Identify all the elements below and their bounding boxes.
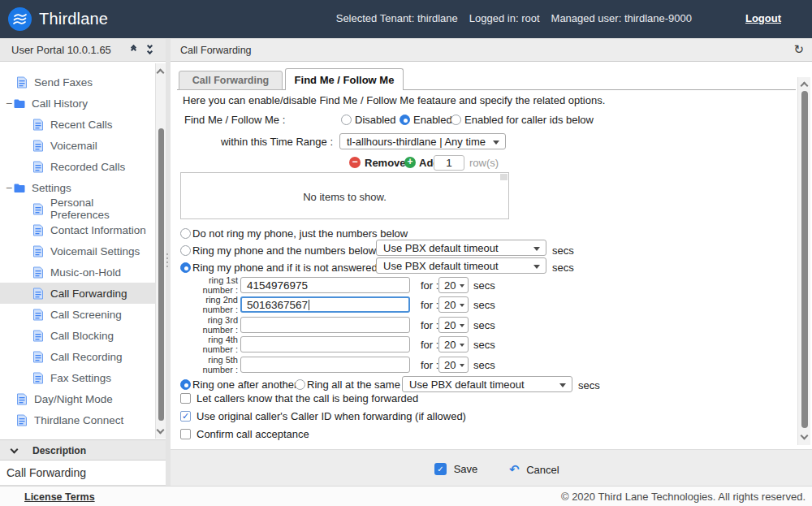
top-header-bar: Thirdlane Selected Tenant: thirdlaneLogg… [0, 0, 812, 38]
ring-3rd-timeout-select[interactable]: 20 [438, 317, 469, 333]
chevron-down-icon [559, 383, 566, 387]
for-label: for : [421, 339, 438, 351]
add-icon[interactable]: + [404, 157, 416, 168]
document-icon [32, 140, 44, 152]
checkbox-confirm-call-acceptance[interactable] [180, 429, 191, 439]
tab-find-me-follow-me[interactable]: Find Me / Follow Me [285, 68, 404, 90]
for-label: for : [421, 299, 438, 311]
sidebar-item-call-forwarding[interactable]: Call Forwarding [0, 283, 155, 304]
sidebar-item-recent-calls[interactable]: Recent Calls [0, 114, 155, 135]
document-icon [32, 266, 44, 279]
ring-2nd-timeout-select[interactable]: 20 [438, 296, 469, 313]
save-button[interactable]: ✓ Save [434, 462, 477, 475]
sidebar-item-voicemail-settings[interactable]: Voicemail Settings [0, 240, 155, 262]
sidebar-item-settings[interactable]: − Settings [0, 177, 155, 198]
license-terms-link[interactable]: License Terms [24, 491, 95, 503]
description-header-label: Description [32, 445, 86, 456]
scroll-up-icon[interactable] [801, 82, 809, 90]
checkbox-let-callers-know-label[interactable]: Let callers know that the call is being … [197, 392, 418, 404]
sidebar-item-personal-preferences[interactable]: Personal Preferences [0, 198, 155, 219]
sidebar-item-call-recording[interactable]: Call Recording [0, 346, 155, 367]
sidebar-header: User Portal 10.0.1.65 [0, 39, 166, 62]
document-icon [16, 393, 28, 405]
radio-do-not-ring[interactable] [180, 228, 191, 239]
description-panel-header[interactable]: Description [0, 439, 166, 461]
sidebar-scrollbar[interactable] [155, 63, 166, 439]
document-icon [16, 76, 28, 89]
scroll-down-icon[interactable] [157, 426, 165, 435]
scroll-up-icon[interactable] [157, 69, 165, 77]
collapse-all-icon[interactable] [132, 45, 136, 52]
sidebar-item-contact-information[interactable]: Contact Information [0, 219, 155, 240]
radio-ring-all-same-time[interactable] [295, 379, 305, 390]
sidebar-item-fax-settings[interactable]: Fax Settings [0, 367, 155, 388]
radio-enabled-for-caller-ids-label[interactable]: Enabled for caller ids below [464, 114, 594, 126]
ring-3rd-number-input[interactable] [240, 317, 410, 333]
radio-ring-if-not-answered-label[interactable]: Ring my phone and if it is not answered … [192, 262, 388, 274]
sidebar-item-thirdlane-connect[interactable]: Thirdlane Connect [0, 409, 155, 430]
radio-enabled-label[interactable]: Enabled [413, 114, 452, 126]
radio-ring-one-after-another[interactable] [180, 379, 191, 390]
expand-all-icon[interactable] [148, 44, 152, 54]
checkbox-use-original-caller-id-label[interactable]: Use original caller's Caller ID when for… [197, 410, 466, 422]
chevron-down-icon [460, 284, 464, 288]
document-icon [32, 203, 44, 215]
radio-enabled-for-caller-ids[interactable] [451, 115, 461, 125]
sidebar-item-recorded-calls[interactable]: Recorded Calls [0, 156, 155, 177]
ring-5th-number-input[interactable] [240, 357, 410, 373]
sidebar-item-call-blocking[interactable]: Call Blocking [0, 325, 155, 346]
sidebar-item-label: Personal Preferences [50, 197, 155, 221]
content-scrollbar[interactable] [797, 77, 810, 445]
content-scroll-thumb[interactable] [801, 91, 808, 428]
sidebar-scroll-thumb[interactable] [158, 128, 164, 421]
ring-order-timeout-select[interactable]: Use PBX default timeout [402, 376, 572, 392]
checkbox-use-original-caller-id[interactable]: ✓ [180, 411, 191, 422]
logout-link[interactable]: Logout [745, 12, 781, 24]
refresh-icon[interactable]: ↻ [793, 42, 804, 57]
radio-ring-one-after-another-label[interactable]: Ring one after another [192, 378, 297, 391]
radio-disabled-label[interactable]: Disabled [355, 114, 396, 126]
timeout-select-numbers-below[interactable]: Use PBX default timeout [376, 240, 546, 256]
sidebar-item-call-history[interactable]: − Call History [0, 93, 155, 114]
sidebar-item-music-on-hold[interactable]: Music-on-Hold [0, 262, 155, 283]
radio-disabled[interactable] [341, 115, 352, 125]
sidebar-item-label: Call Recording [50, 351, 123, 363]
radio-enabled[interactable] [400, 115, 410, 125]
tab-call-forwarding[interactable]: Call Forwarding [179, 71, 283, 90]
rows-suffix-label: row(s) [469, 157, 499, 169]
ring-4th-number-label: ring 4thnumber : [172, 335, 238, 354]
document-icon [32, 351, 44, 363]
ring-1st-timeout-select[interactable]: 20 [438, 277, 469, 293]
checkbox-confirm-call-acceptance-label[interactable]: Confirm call acceptance [197, 428, 309, 440]
timeout-select-not-answered[interactable]: Use PBX default timeout [376, 257, 546, 274]
ring-5th-timeout-select[interactable]: 20 [438, 357, 469, 373]
sidebar-item-voicemail[interactable]: Voicemail [0, 135, 155, 156]
sidebar-item-send-faxes[interactable]: Send Faxes [0, 71, 155, 93]
panel-resize-grip[interactable] [166, 253, 168, 270]
ring-4th-number-input[interactable] [240, 336, 410, 352]
collapse-node-icon[interactable]: − [4, 181, 14, 194]
rows-count-input[interactable]: 1 [434, 155, 464, 171]
remove-button[interactable]: Remove [365, 157, 406, 169]
radio-ring-numbers-below-for[interactable] [180, 245, 191, 256]
table-scroll-stub [500, 174, 508, 180]
sidebar-item-day-night-mode[interactable]: Day/Night Mode [0, 388, 155, 409]
radio-do-not-ring-label[interactable]: Do not ring my phone, just the numbers b… [192, 227, 408, 240]
ring-4th-timeout-select[interactable]: 20 [438, 336, 469, 352]
sidebar-item-label: Recent Calls [50, 119, 113, 131]
scroll-down-icon[interactable] [801, 432, 809, 440]
radio-ring-if-not-answered[interactable] [180, 262, 191, 273]
checkbox-let-callers-know[interactable] [180, 393, 191, 404]
collapse-node-icon[interactable]: − [4, 97, 14, 110]
ring-1st-number-input[interactable]: 4154976975 [240, 277, 410, 293]
ring-2nd-number-input[interactable]: 5016367567 [240, 296, 410, 313]
time-range-select[interactable]: tl-allhours-thirdlane | Any time [339, 133, 506, 149]
thirdlane-logo-icon [8, 7, 32, 31]
selected-tenant-label: Selected Tenant: thirdlane [336, 12, 458, 24]
remove-icon[interactable]: − [349, 157, 361, 168]
sidebar-item-call-screening[interactable]: Call Screening [0, 304, 155, 325]
cancel-button[interactable]: ↶ Cancel [509, 462, 559, 477]
findme-label: Find Me / Follow Me : [184, 114, 285, 126]
radio-ring-numbers-below-for-label[interactable]: Ring my phone and the numbers below for [192, 244, 391, 257]
chevron-down-icon [460, 364, 464, 367]
